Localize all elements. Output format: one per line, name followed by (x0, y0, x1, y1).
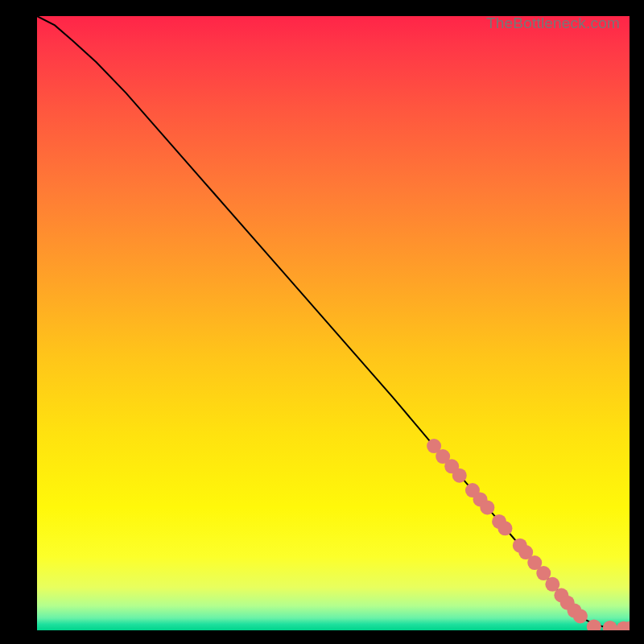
curve-path (37, 16, 630, 629)
dot (497, 521, 512, 535)
plot-area: TheBottleneck.com (37, 16, 630, 630)
watermark-text: TheBottleneck.com (486, 14, 620, 32)
chart-overlay (37, 16, 630, 630)
dot (452, 469, 467, 483)
dot (480, 500, 494, 514)
dot (573, 609, 588, 623)
highlight-dots (427, 439, 630, 630)
chart-frame: TheBottleneck.com (0, 0, 644, 644)
dot (603, 621, 617, 630)
